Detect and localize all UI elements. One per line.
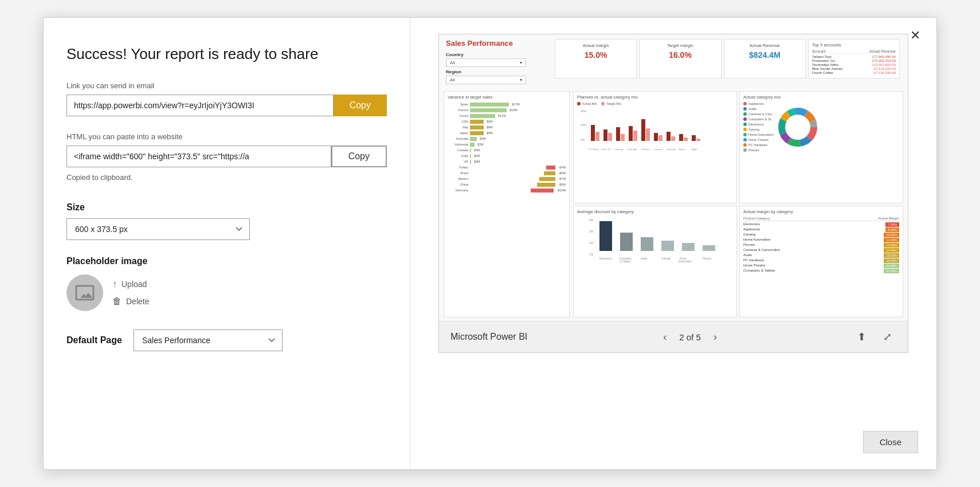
bar-fill-germany	[531, 188, 554, 193]
copy-html-button[interactable]: Copy	[331, 146, 387, 167]
svg-rect-10	[633, 131, 637, 141]
placeholder-section: Placeholder image ↑ Upload 🗑 Delete	[66, 256, 387, 311]
bar-fill-spain	[470, 103, 509, 107]
top5-header: Account Actual Revenue	[812, 49, 896, 54]
region-label: Region	[446, 69, 549, 74]
bar-fill-uk	[470, 160, 471, 164]
avg-discount-title: Average discount by category	[577, 209, 733, 214]
svg-text:Appli.: Appli.	[692, 148, 697, 151]
avg-discount-chart: Average discount by category 4% 3% 2% 1%	[573, 206, 737, 318]
margin-row-cameras: Cameras & Camcorders 14.00%	[743, 248, 899, 253]
link-input[interactable]	[66, 95, 334, 116]
svg-rect-5	[603, 129, 607, 141]
left-column: Variance to target sales Spain $17M	[444, 91, 570, 317]
svg-rect-49	[682, 243, 695, 251]
expand-button[interactable]: ⤢	[879, 328, 896, 345]
delete-button[interactable]: 🗑 Delete	[112, 296, 149, 307]
bar-brazil: Brazil -$5M	[448, 171, 566, 175]
bar-china: China -$8M	[448, 182, 566, 187]
svg-rect-15	[667, 132, 671, 141]
kpi-cards: Actual margin 15.0% Target margin 16.0% …	[554, 39, 901, 78]
bar-indonesia: Indonesia $2M	[448, 142, 566, 147]
country-value: All	[450, 60, 455, 65]
svg-text:Audio: Audio	[641, 257, 648, 260]
country-chevron: ▾	[520, 60, 522, 65]
planned-actual-title: Planned vs. actual category mix	[577, 95, 733, 100]
delete-label: Delete	[126, 297, 149, 306]
kpi-actual-margin-value: 15.0%	[560, 50, 632, 60]
top5-row-5: Fourth Coffee 67,136,038.68	[812, 71, 896, 74]
svg-rect-4	[595, 132, 599, 141]
svg-text:Automation: Automation	[679, 260, 692, 262]
bar-usa: USA $6M	[448, 119, 566, 124]
preview-footer-title: Microsoft Power BI	[450, 332, 527, 342]
country-select[interactable]: All ▾	[446, 58, 526, 67]
bar-mexico: Mexico -$7M	[448, 176, 566, 181]
upload-label: Upload	[121, 280, 147, 289]
country-filter: Country All ▾	[446, 52, 549, 67]
size-select[interactable]: 600 x 373.5 px 800 x 500 px 1024 x 640 p…	[66, 218, 250, 240]
svg-rect-13	[654, 133, 658, 141]
nav-next-button[interactable]: ›	[709, 329, 722, 345]
top5-card: Top 5 accounts Account Actual Revenue Ta…	[808, 39, 900, 78]
bar-fill-france	[470, 108, 507, 112]
report-body: Variance to target sales Spain $17M	[439, 89, 908, 321]
upload-button[interactable]: ↑ Upload	[112, 279, 149, 289]
close-x-button[interactable]: ✕	[905, 27, 925, 44]
kpi-actual-revenue-title: Actual Revenue	[729, 43, 801, 48]
html-input-row: Copy	[66, 146, 387, 167]
preview-nav: ‹ 2 of 5 ›	[658, 329, 722, 345]
svg-text:Gaming: Gaming	[661, 257, 671, 260]
svg-text:Audio: Audio	[679, 148, 685, 151]
bar-chart: Spain $17M France $16M	[448, 102, 566, 193]
close-button[interactable]: Close	[863, 431, 918, 453]
bar-japan: Japan $6M	[448, 131, 566, 135]
svg-text:40%: 40%	[581, 109, 587, 113]
margin-row-audio: Audio 18.00%	[743, 253, 899, 258]
placeholder-actions: ↑ Upload 🗑 Delete	[66, 274, 387, 311]
svg-text:Gaming: Gaming	[615, 148, 623, 151]
right-column: Planned vs. actual category mix Actual M…	[573, 91, 903, 317]
top-charts-row: Planned vs. actual category mix Actual M…	[573, 91, 903, 203]
link-label: Link you can send in email	[66, 81, 387, 90]
bar-fill-turkey	[546, 166, 555, 170]
top5-title: Top 5 accounts	[812, 42, 896, 48]
nav-prev-button[interactable]: ‹	[658, 329, 671, 345]
svg-rect-8	[621, 134, 625, 141]
variance-chart-title: Variance to target sales	[448, 95, 566, 100]
share-button[interactable]: ⬆	[853, 328, 871, 345]
svg-text:4%: 4%	[589, 218, 594, 222]
planned-actual-chart: Planned vs. actual category mix Actual M…	[573, 91, 737, 203]
kpi-actual-margin-title: Actual margin	[560, 43, 632, 48]
bar-fill-mexico	[539, 177, 555, 181]
bar-korea: Korea $11M	[448, 113, 566, 118]
html-input[interactable]	[66, 146, 331, 167]
upload-icon: ↑	[112, 279, 117, 289]
right-panel: Sales Performance Country All ▾ Region	[410, 18, 936, 469]
svg-text:0%: 0%	[581, 138, 585, 142]
bar-italy: Italy $6M	[448, 125, 566, 129]
bar-germany: Germany -$10M	[448, 188, 566, 193]
planned-actual-svg: 40% 20% 0%	[577, 108, 733, 154]
kpi-target-margin-title: Target margin	[644, 43, 716, 48]
svg-rect-16	[671, 136, 675, 141]
svg-text:PC Hware: PC Hware	[589, 148, 599, 151]
svg-text:Comput.: Comput.	[654, 148, 663, 151]
svg-rect-50	[703, 245, 715, 251]
margin-row-computers: Computers & Tablets 31.00%	[743, 269, 899, 273]
kpi-target-margin: Target margin 16.0%	[639, 39, 721, 78]
margin-row-electronics: Electronics 7.00%	[743, 222, 899, 227]
margin-row-home-theatre: Home Theatre 20.00%	[743, 264, 899, 268]
copy-link-button[interactable]: Copy	[334, 95, 387, 116]
region-select[interactable]: All ▾	[446, 76, 526, 84]
bar-fill-brazil	[544, 171, 555, 175]
bar-india: India $0M	[448, 154, 566, 158]
default-page-select[interactable]: Sales Performance Overview Details	[134, 329, 283, 351]
svg-text:2%: 2%	[589, 241, 594, 245]
actual-category-mix-chart: Actual category mix Appliances Audio Cam…	[739, 91, 903, 203]
top5-row-1: Tailspin Toys 177,900,090.00	[812, 55, 896, 58]
svg-text:Electronics: Electronics	[599, 257, 613, 260]
actual-margin-table: Actual margin by category Product Catego…	[739, 206, 903, 318]
report-title-area: Sales Performance Country All ▾ Region	[446, 39, 549, 87]
kpi-actual-revenue-value: $824.4M	[729, 50, 801, 60]
